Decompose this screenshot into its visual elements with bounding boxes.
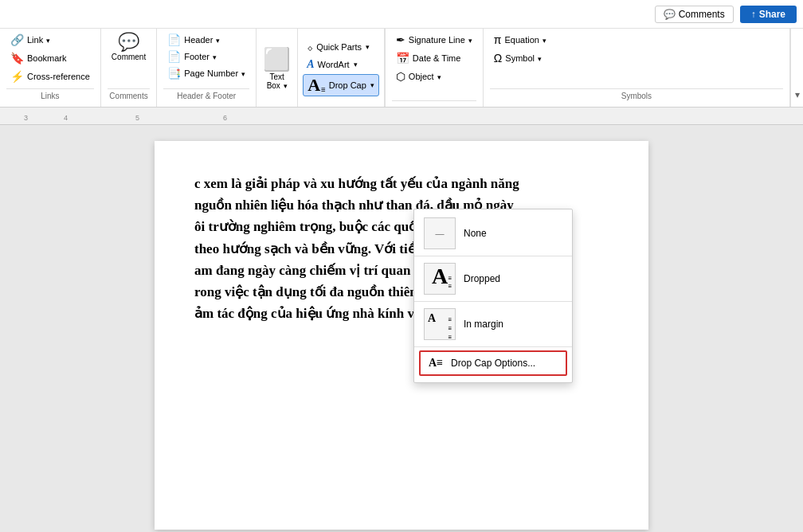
date-time-icon: 📅 — [396, 52, 409, 65]
drop-cap-options-label: Drop Cap Options... — [451, 358, 535, 369]
insert-extras-group: ✒ Signature Line ▾ 📅 Date & Time ⬡ Objec… — [386, 29, 484, 107]
wordart-button[interactable]: A WordArt ▾ — [303, 57, 379, 72]
inmargin-label: In margin — [464, 319, 503, 330]
drop-cap-label: Drop Cap — [329, 80, 366, 90]
symbol-icon: Ω — [494, 52, 502, 65]
bookmark-icon: 🔖 — [10, 52, 24, 65]
equation-icon: π — [494, 33, 502, 46]
object-icon: ⬡ — [396, 70, 405, 83]
comments-group: 💬 Comment Comments — [101, 29, 157, 107]
header-button[interactable]: 📄 Header ▾ — [163, 32, 249, 48]
ruler-mark-4: 4 — [64, 114, 68, 122]
none-label: None — [464, 228, 487, 239]
date-time-button[interactable]: 📅 Date & Time — [392, 50, 465, 66]
comment-icon: 💬 — [118, 33, 139, 51]
object-button[interactable]: ⬡ Object ▾ — [392, 68, 445, 84]
page-number-icon: 📑 — [167, 67, 181, 80]
comment-button[interactable]: 💬 Comment — [108, 32, 150, 64]
bookmark-button[interactable]: 🔖 Bookmark — [6, 50, 71, 66]
text-group: ⬜ TextBox ▾ ⬦ Quick Parts ▾ A WordArt ▾ … — [257, 29, 386, 107]
menu-separator-3 — [414, 346, 572, 347]
symbols-group-label: Symbols — [490, 88, 783, 104]
comments-group-label: Comments — [108, 88, 150, 104]
drop-cap-dropdown: — None A ≡≡ Dropped A ≡≡≡ In ma — [413, 209, 573, 383]
cross-ref-icon: ⚡ — [10, 70, 24, 83]
menu-separator-2 — [414, 301, 572, 302]
quick-parts-label: Quick Parts — [316, 42, 362, 52]
textbox-button[interactable]: ⬜ TextBox ▾ — [257, 29, 298, 107]
document-area: c xem là giải pháp và xu hướng tất yếu c… — [0, 125, 803, 532]
options-drop-icon: A≡ — [429, 357, 443, 370]
quick-parts-icon: ⬦ — [307, 41, 313, 53]
drop-cap-menu: — None A ≡≡ Dropped A ≡≡≡ In ma — [413, 209, 573, 383]
footer-button[interactable]: 📄 Footer ▾ — [163, 49, 249, 65]
drop-cap-none-item[interactable]: — None — [414, 213, 572, 254]
header-footer-group-label: Header & Footer — [163, 88, 249, 104]
cross-reference-button[interactable]: ⚡ Cross-reference — [6, 68, 94, 84]
comments-button[interactable]: 💬 Comments — [655, 6, 734, 23]
drop-cap-options-item[interactable]: A≡ Drop Cap Options... — [419, 350, 567, 376]
ruler-mark-3: 3 — [24, 114, 28, 122]
symbols-group: π Equation ▾ Ω Symbol ▾ Symbols — [484, 29, 790, 107]
header-icon: 📄 — [167, 33, 181, 46]
links-group-label: Links — [6, 88, 94, 104]
none-icon: — — [424, 217, 456, 249]
links-group: 🔗 Link ▾ 🔖 Bookmark ⚡ Cross-reference Li… — [0, 29, 101, 107]
textbox-label: TextBox ▾ — [267, 72, 288, 90]
footer-icon: 📄 — [167, 50, 181, 63]
dropped-label: Dropped — [464, 273, 500, 284]
link-icon: 🔗 — [10, 33, 24, 46]
wordart-icon: A — [307, 58, 314, 71]
footer-label: Footer ▾ — [184, 52, 217, 61]
object-label: Object ▾ — [409, 72, 441, 81]
menu-separator-1 — [414, 256, 572, 256]
header-label: Header ▾ — [184, 35, 220, 45]
comment-label: Comment — [112, 53, 146, 62]
signature-icon: ✒ — [396, 33, 405, 46]
share-icon: ↑ — [751, 9, 756, 20]
page-number-button[interactable]: 📑 Page Number ▾ — [163, 65, 249, 81]
ribbon-expand-button[interactable]: ▾ — [790, 29, 803, 107]
dropped-icon: A ≡≡ — [424, 263, 456, 295]
drop-cap-inmargin-item[interactable]: A ≡≡≡ In margin — [414, 303, 572, 345]
textbox-icon: ⬜ — [263, 46, 291, 72]
page-number-label: Page Number ▾ — [184, 68, 245, 78]
date-time-label: Date & Time — [413, 53, 461, 63]
doc-line-1: c xem là giải pháp và xu hướng tất yếu c… — [194, 173, 609, 194]
ruler-mark-6: 6 — [223, 114, 227, 122]
share-label: Share — [759, 9, 785, 20]
equation-label: Equation ▾ — [505, 35, 546, 45]
chat-icon: 💬 — [664, 9, 676, 20]
drop-cap-dropped-item[interactable]: A ≡≡ Dropped — [414, 258, 572, 299]
drop-cap-icon: A≡ — [307, 76, 326, 94]
symbol-button[interactable]: Ω Symbol ▾ — [490, 50, 546, 66]
equation-button[interactable]: π Equation ▾ — [490, 32, 550, 48]
ruler: 3 4 5 6 — [0, 108, 803, 125]
link-label: Link ▾ — [27, 35, 50, 45]
signature-line-button[interactable]: ✒ Signature Line ▾ — [392, 32, 476, 48]
comments-label: Comments — [679, 9, 725, 20]
header-footer-group: 📄 Header ▾ 📄 Footer ▾ 📑 Page Number ▾ He… — [157, 29, 257, 107]
ruler-mark-5: 5 — [135, 114, 139, 122]
share-button[interactable]: ↑ Share — [740, 6, 797, 23]
inmargin-icon: A ≡≡≡ — [424, 308, 456, 340]
wordart-label: WordArt — [318, 60, 350, 69]
cross-ref-label: Cross-reference — [27, 72, 90, 81]
insert-extras-label — [392, 100, 476, 104]
signature-label: Signature Line ▾ — [409, 35, 472, 45]
quick-parts-button[interactable]: ⬦ Quick Parts ▾ — [303, 39, 379, 55]
link-button[interactable]: 🔗 Link ▾ — [6, 32, 54, 48]
bookmark-label: Bookmark — [27, 53, 67, 63]
document-page: c xem là giải pháp và xu hướng tất yếu c… — [155, 141, 648, 530]
symbol-label: Symbol ▾ — [505, 53, 542, 63]
drop-cap-button[interactable]: A≡ Drop Cap ▾ — [303, 74, 379, 96]
